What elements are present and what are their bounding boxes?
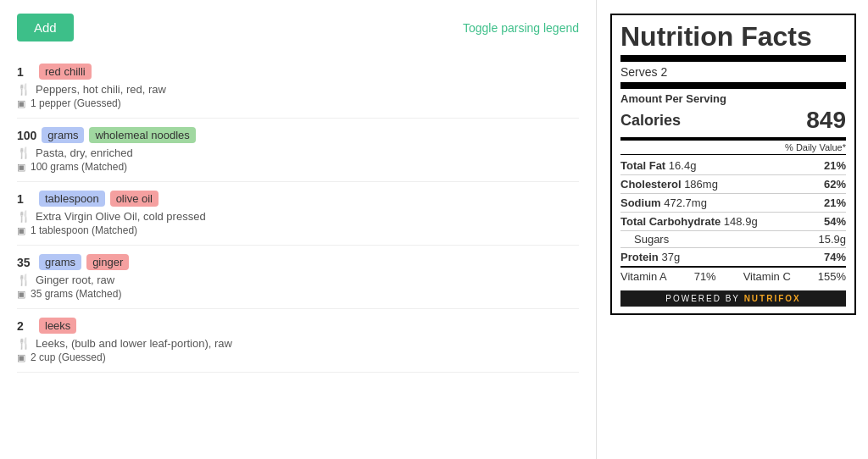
box-icon: ▣ xyxy=(17,352,25,363)
ingredient-match: ▣ 100 grams (Matched) xyxy=(17,161,579,173)
total-fat-dv: 21% xyxy=(824,159,846,172)
list-item: 2leeks 🍴 Leeks, (bulb and lower leaf-por… xyxy=(17,309,579,373)
sugars-label: Sugars xyxy=(634,233,669,246)
ingredient-match: ▣ 35 grams (Matched) xyxy=(17,288,579,300)
list-item: 1red chilli 🍴 Peppers, hot chili, red, r… xyxy=(17,55,579,119)
nutrition-panel: Nutrition Facts Serves 2 Amount Per Serv… xyxy=(597,0,868,459)
powered-by-text: POWERED BY xyxy=(665,294,740,303)
ingredient-row: 2leeks xyxy=(17,318,579,334)
total-carb-dv: 54% xyxy=(824,215,846,228)
ingredients-panel: Add Toggle parsing legend 1red chilli 🍴 … xyxy=(0,0,597,459)
sodium-label: Sodium 472.7mg xyxy=(620,196,707,209)
ingredient-description: 🍴 Peppers, hot chili, red, raw xyxy=(17,83,579,96)
fork-icon: 🍴 xyxy=(17,274,31,286)
nutrition-title: Nutrition Facts xyxy=(620,22,846,62)
calories-value: 849 xyxy=(806,107,846,134)
box-icon: ▣ xyxy=(17,98,25,109)
thick-divider xyxy=(620,82,846,89)
ingredient-row: 35gramsginger xyxy=(17,254,579,270)
toggle-parsing-link[interactable]: Toggle parsing legend xyxy=(463,21,579,35)
qty-badge: 35 xyxy=(17,256,34,269)
unit-badge: grams xyxy=(42,127,84,143)
ingredients-list: 1red chilli 🍴 Peppers, hot chili, red, r… xyxy=(17,55,579,373)
sugars-value: 15.9g xyxy=(818,233,846,246)
sodium-dv: 21% xyxy=(824,196,846,209)
amount-per-serving-label: Amount Per Serving xyxy=(620,92,846,105)
powered-by-bar: POWERED BY NUTRIFOX xyxy=(620,290,846,307)
fork-icon: 🍴 xyxy=(17,210,31,223)
ingredient-row: 100gramswholemeal noodles xyxy=(17,127,579,143)
toolbar: Add Toggle parsing legend xyxy=(17,14,579,41)
nutrition-facts-card: Nutrition Facts Serves 2 Amount Per Serv… xyxy=(610,14,856,315)
description-text: Ginger root, raw xyxy=(36,274,114,286)
ingredient-name-badge: wholemeal noodles xyxy=(89,127,195,143)
sodium-row: Sodium 472.7mg 21% xyxy=(620,194,846,213)
match-text: 2 cup (Guessed) xyxy=(31,351,106,363)
qty-badge: 2 xyxy=(17,319,34,333)
vitamin-c-dv: 155% xyxy=(818,270,846,283)
calories-label: Calories xyxy=(620,112,681,130)
match-text: 1 tablespoon (Matched) xyxy=(31,224,137,236)
total-fat-row: Total Fat 16.4g 21% xyxy=(620,157,846,175)
list-item: 35gramsginger 🍴 Ginger root, raw ▣ 35 gr… xyxy=(17,246,579,309)
box-icon: ▣ xyxy=(17,162,25,173)
total-carb-row: Total Carbohydrate 148.9g 54% xyxy=(620,213,846,231)
match-text: 1 pepper (Guessed) xyxy=(31,97,121,109)
total-fat-label: Total Fat 16.4g xyxy=(620,159,696,172)
ingredient-description: 🍴 Leeks, (bulb and lower leaf-portion), … xyxy=(17,337,579,350)
description-text: Pasta, dry, enriched xyxy=(36,147,133,159)
cholesterol-row: Cholesterol 186mg 62% xyxy=(620,175,846,194)
cholesterol-label: Cholesterol 186mg xyxy=(620,178,718,191)
sugars-row: Sugars 15.9g xyxy=(620,231,846,248)
ingredient-match: ▣ 1 tablespoon (Matched) xyxy=(17,224,579,236)
total-carb-label: Total Carbohydrate 148.9g xyxy=(620,215,758,228)
unit-badge: grams xyxy=(39,254,81,270)
description-text: Leeks, (bulb and lower leaf-portion), ra… xyxy=(36,337,232,350)
ingredient-description: 🍴 Extra Virgin Olive Oil, cold pressed xyxy=(17,210,579,223)
ingredient-name-badge: leeks xyxy=(39,318,76,334)
box-icon: ▣ xyxy=(17,225,25,236)
qty-badge: 100 xyxy=(17,129,36,142)
cholesterol-dv: 62% xyxy=(824,178,846,191)
ingredient-name-badge: red chilli xyxy=(39,64,92,80)
dv-header: % Daily Value* xyxy=(620,142,846,155)
vitamin-a-dv: 71% xyxy=(694,270,716,283)
ingredient-row: 1red chilli xyxy=(17,64,579,80)
vitamin-row: Vitamin A 71% Vitamin C 155% xyxy=(620,268,846,285)
list-item: 100gramswholemeal noodles 🍴 Pasta, dry, … xyxy=(17,119,579,182)
protein-dv: 74% xyxy=(824,251,846,263)
box-icon: ▣ xyxy=(17,289,25,300)
ingredient-match: ▣ 1 pepper (Guessed) xyxy=(17,97,579,109)
match-text: 100 grams (Matched) xyxy=(31,161,127,173)
protein-row: Protein 37g 74% xyxy=(620,248,846,268)
qty-badge: 1 xyxy=(17,65,34,79)
match-text: 35 grams (Matched) xyxy=(31,288,121,300)
ingredient-name-badge: ginger xyxy=(86,254,129,270)
calories-row: Calories 849 xyxy=(620,107,846,141)
brand-text: NUTRIFOX xyxy=(744,294,801,303)
fork-icon: 🍴 xyxy=(17,83,31,96)
qty-badge: 1 xyxy=(17,192,34,206)
fork-icon: 🍴 xyxy=(17,337,31,350)
ingredient-row: 1tablespoonolive oil xyxy=(17,191,579,207)
list-item: 1tablespoonolive oil 🍴 Extra Virgin Oliv… xyxy=(17,182,579,246)
fork-icon: 🍴 xyxy=(17,147,31,159)
vitamin-c-label: Vitamin C xyxy=(743,270,791,283)
protein-label: Protein 37g xyxy=(620,251,680,263)
ingredient-description: 🍴 Pasta, dry, enriched xyxy=(17,147,579,159)
ingredient-match: ▣ 2 cup (Guessed) xyxy=(17,351,579,363)
nutrition-serves: Serves 2 xyxy=(620,65,846,79)
unit-badge: tablespoon xyxy=(39,191,105,207)
add-button[interactable]: Add xyxy=(17,14,74,41)
ingredient-name-badge: olive oil xyxy=(110,191,159,207)
ingredient-description: 🍴 Ginger root, raw xyxy=(17,274,579,286)
description-text: Peppers, hot chili, red, raw xyxy=(36,83,166,96)
vitamin-a-label: Vitamin A xyxy=(620,270,667,283)
description-text: Extra Virgin Olive Oil, cold pressed xyxy=(36,210,206,223)
